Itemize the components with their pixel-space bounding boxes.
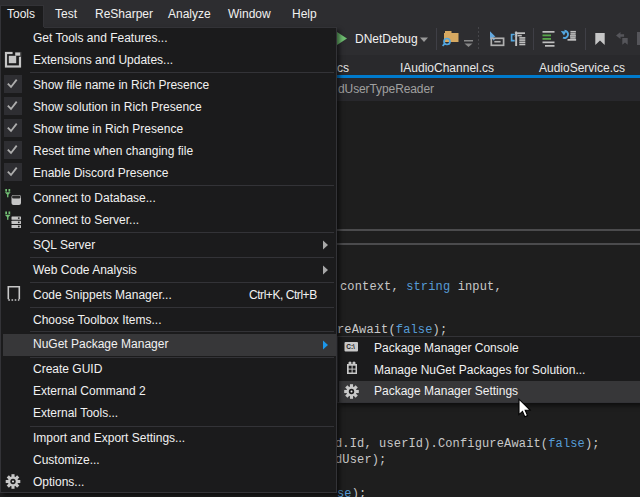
svg-text:C:\: C:\ xyxy=(346,343,355,350)
